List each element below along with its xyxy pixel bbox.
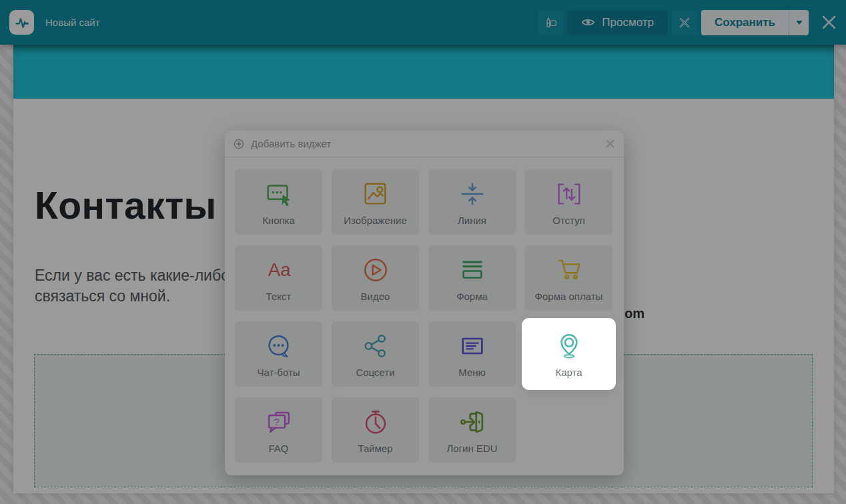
button-widget-icon <box>264 179 294 209</box>
text-icon: Aa <box>264 255 294 285</box>
preview-button-label: Просмотр <box>602 16 654 29</box>
preview-button[interactable]: Просмотр <box>567 10 668 35</box>
svg-text:?: ? <box>274 416 280 427</box>
app-logo[interactable] <box>9 10 34 35</box>
widget-tile-payment[interactable]: Форма оплаты <box>525 245 612 311</box>
widget-tile-label: Видео <box>361 291 390 302</box>
widget-tile-image[interactable]: Изображение <box>332 169 419 235</box>
login-door-icon <box>457 407 488 437</box>
widget-tile-label: Таймер <box>358 443 392 454</box>
modal-close-button[interactable] <box>605 139 615 149</box>
design-pages-button[interactable] <box>538 10 563 35</box>
plus-circle-icon <box>234 139 244 149</box>
eye-icon <box>581 17 595 27</box>
pen-pages-icon <box>543 15 558 30</box>
widget-tile-label: Логин EDU <box>446 443 497 454</box>
svg-text:Aa: Aa <box>268 259 291 279</box>
crossed-tools-icon <box>677 15 692 30</box>
widget-tile-label: Кнопка <box>262 215 295 226</box>
form-icon <box>457 255 488 285</box>
widget-tile-form[interactable]: Форма <box>428 245 516 311</box>
widget-tile-spacing[interactable]: Отступ <box>525 169 612 235</box>
widget-tile-label: Линия <box>458 215 486 226</box>
line-icon <box>457 179 488 209</box>
cart-icon <box>554 255 584 285</box>
save-options-button[interactable] <box>789 10 809 35</box>
menu-icon <box>457 331 488 361</box>
map-pin-icon <box>554 331 584 361</box>
paragraph-line: Если у вас есть какие-либо <box>35 265 230 286</box>
paragraph-line: связаться со мной. <box>35 286 230 307</box>
widget-tile-timer[interactable]: Таймер <box>332 397 419 463</box>
widget-tile-label: Текст <box>266 291 292 302</box>
widget-tile-line[interactable]: Линия <box>428 169 516 235</box>
video-play-icon <box>360 255 391 285</box>
close-icon <box>821 15 837 30</box>
modal-title: Добавить виджет <box>251 138 331 149</box>
widget-tile-menu[interactable]: Меню <box>428 321 516 387</box>
widget-tile-label: Карта <box>555 367 582 378</box>
widget-tile-map[interactable]: Карта <box>525 321 612 387</box>
close-editor-button[interactable] <box>821 15 837 30</box>
share-icon <box>360 331 391 361</box>
design-tools-button[interactable] <box>672 10 697 35</box>
site-header-section <box>13 45 834 99</box>
page-paragraph[interactable]: Если у вас есть какие-либо связаться со … <box>35 265 230 307</box>
widget-tile-label: Соцсети <box>356 367 394 378</box>
widget-tile-button[interactable]: Кнопка <box>235 169 322 235</box>
chevron-down-icon <box>796 21 803 28</box>
widget-tile-label: Форма оплаты <box>535 291 603 302</box>
save-split-button: Сохранить <box>701 10 809 35</box>
widget-tile-video[interactable]: Видео <box>332 245 419 311</box>
spacing-icon <box>554 179 584 209</box>
widget-tile-label: Изображение <box>344 215 407 226</box>
widget-tile-label: Форма <box>456 291 488 302</box>
email-text-fragment[interactable]: om <box>624 306 645 321</box>
widget-tile-login-edu[interactable]: Логин EDU <box>428 397 516 463</box>
save-button-label: Сохранить <box>715 16 775 29</box>
image-icon <box>360 179 391 209</box>
close-icon <box>605 139 615 149</box>
page-title[interactable]: Контакты <box>35 183 217 227</box>
timer-icon <box>360 407 391 437</box>
modal-header: Добавить виджет <box>225 131 624 157</box>
widget-tile-social[interactable]: Соцсети <box>332 321 419 387</box>
add-widget-modal: Добавить виджет Кнопка Изображение Линия… <box>225 131 624 475</box>
widget-grid: Кнопка Изображение Линия Отступ Aa Текст… <box>225 157 624 476</box>
widget-tile-label: FAQ <box>268 443 288 454</box>
pulse-icon <box>14 15 30 31</box>
widget-tile-label: Чат-боты <box>257 367 300 378</box>
chat-bubble-icon <box>264 331 294 361</box>
save-button[interactable]: Сохранить <box>701 10 789 35</box>
faq-icon: ? <box>264 407 294 437</box>
widget-tile-faq[interactable]: ? FAQ <box>235 397 322 463</box>
widget-tile-label: Отступ <box>552 215 585 226</box>
editor-topbar: Новый сайт Просмотр Сохранить <box>0 0 846 45</box>
widget-tile-chatbots[interactable]: Чат-боты <box>235 321 322 387</box>
site-name: Новый сайт <box>45 17 100 28</box>
widget-tile-label: Меню <box>458 367 486 378</box>
widget-tile-text[interactable]: Aa Текст <box>235 245 322 311</box>
